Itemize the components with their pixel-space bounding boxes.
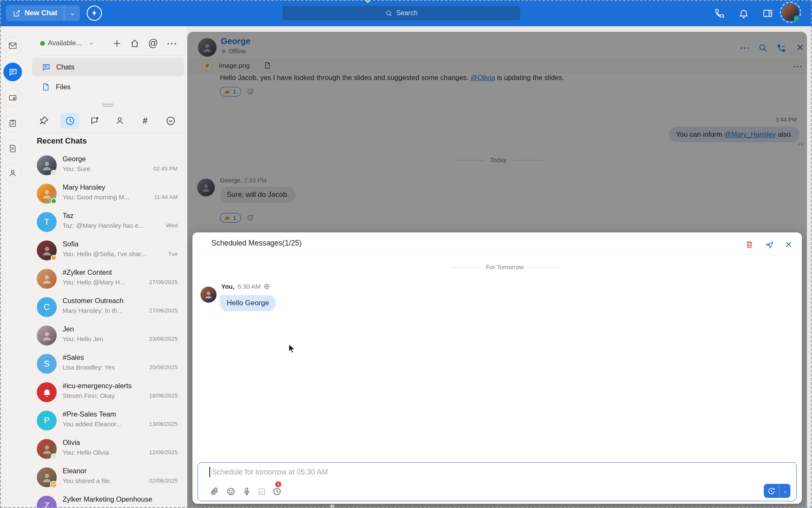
- chat-name: Zylker Marketing Openhouse: [63, 495, 152, 503]
- lightning-icon: [91, 9, 98, 17]
- chat-avatar: [37, 326, 57, 345]
- chat-name: Mary Hansley: [63, 183, 105, 191]
- files-label: Files: [56, 83, 71, 91]
- panel-resize-handle[interactable]: [102, 104, 113, 107]
- chat-list-item[interactable]: #icu-emergency-alerts Steven Finn: Okay …: [25, 378, 187, 406]
- filter-unread-icon[interactable]: [89, 115, 100, 126]
- chat-name: Jen: [63, 325, 74, 333]
- chat-list-item[interactable]: P #Pre-Sales Team You added Eleanor... 1…: [25, 406, 187, 435]
- person-photo-icon: [41, 244, 53, 257]
- notifications-icon[interactable]: [738, 7, 749, 19]
- person-photo-icon: [41, 188, 53, 200]
- delete-icon[interactable]: [745, 240, 754, 249]
- chat-time: Wed: [166, 222, 178, 229]
- filter-recent-icon[interactable]: [64, 115, 75, 126]
- sidebar-item-files[interactable]: Files: [32, 78, 184, 96]
- chat-name: George: [63, 155, 86, 163]
- rail-mail-icon[interactable]: [3, 36, 22, 55]
- chat-name: Eleanor: [63, 467, 87, 475]
- chat-avatar: [37, 269, 57, 289]
- chat-list-item[interactable]: C Customer Outreach Mary Hansley: In th.…: [25, 293, 187, 321]
- sidebar-more-icon[interactable]: ⋯: [167, 38, 177, 48]
- chat-list-item[interactable]: Jen You: Hello Jen 23/06/2025: [25, 321, 187, 350]
- chat-last-message: Lisa Broodley: Yes: [63, 364, 154, 371]
- presence-status[interactable]: Available...: [48, 39, 82, 47]
- rail-contacts-icon[interactable]: [3, 164, 22, 182]
- chat-time: 18/06/2025: [149, 392, 178, 399]
- cliq-app: New Chat ⌄ Search: [0, 0, 812, 508]
- close-panel-icon[interactable]: ✕: [784, 240, 793, 249]
- schedule-send-icon[interactable]: [764, 484, 779, 498]
- recent-chats-title: Recent Chats: [37, 136, 87, 146]
- sidebar-new-icon[interactable]: [112, 38, 122, 48]
- conversation-window: George Offline ⋯ ✕: [187, 32, 807, 508]
- chat-time: Tue: [168, 251, 178, 257]
- chat-name: Taz: [63, 212, 74, 220]
- rail-tasks-icon[interactable]: [3, 114, 22, 133]
- schedule-options-chevron[interactable]: ⌄: [779, 484, 790, 498]
- presence-chevron-icon[interactable]: ⌄: [89, 39, 94, 46]
- divider: [192, 254, 802, 254]
- chat-time: 12/06/2025: [149, 449, 178, 456]
- panel-toggle-icon[interactable]: [762, 7, 774, 19]
- filter-channels-icon[interactable]: #: [140, 115, 151, 126]
- compose-icon: [13, 9, 21, 17]
- chat-list-item[interactable]: #Zylker Content You: Hello @Mary H... 27…: [25, 265, 187, 293]
- chat-list-item[interactable]: S #Sales Lisa Broodley: Yes 20/06/2025: [25, 350, 187, 378]
- rail-streams-icon[interactable]: [3, 88, 22, 107]
- chat-avatar: S: [37, 354, 57, 374]
- sidebar-home-icon[interactable]: [129, 38, 140, 48]
- presence-dot: [40, 41, 45, 46]
- voice-message-icon[interactable]: [242, 486, 252, 496]
- chat-list-item[interactable]: Mary Hansley You: Good morning M... 11:4…: [25, 179, 187, 208]
- chat-list-item[interactable]: ↩ Eleanor You shared a file. 02/06/2025: [25, 463, 187, 491]
- chat-name: Sofia: [63, 240, 79, 248]
- chat-list-item[interactable]: Sofia You: Hello @Sofia, I've shar... Tu…: [25, 236, 187, 265]
- filter-direct-icon[interactable]: [114, 115, 125, 126]
- attachment-icon[interactable]: [210, 486, 219, 496]
- status-dot: [51, 198, 57, 204]
- schedule-message-input[interactable]: Schedule for tomorrow at 05:30 AM: [198, 462, 797, 501]
- chat-list-item[interactable]: Z Zylker Marketing Openhouse: [25, 491, 187, 508]
- chat-name: Customer Outreach: [63, 297, 123, 305]
- alarm-icon: [42, 387, 52, 398]
- rail-notes-icon[interactable]: [3, 139, 22, 158]
- scheduled-message-bubble[interactable]: Hello George: [220, 295, 276, 311]
- chat-last-message: Taz: @Mary Hansley has e...: [63, 222, 154, 229]
- chat-avatar: [37, 382, 57, 402]
- chat-list-item[interactable]: George You: Sure. 02:45 PM: [25, 151, 187, 179]
- calls-icon[interactable]: [713, 7, 725, 19]
- chat-time: 13/06/2025: [149, 421, 178, 427]
- filter-more-icon[interactable]: [165, 115, 176, 126]
- user-avatar[interactable]: [782, 4, 799, 21]
- chat-last-message: You added Eleanor...: [63, 420, 154, 428]
- new-chat-button[interactable]: New Chat ⌄: [6, 5, 80, 21]
- chat-time: 02/06/2025: [149, 478, 178, 484]
- chat-name: #icu-emergency-alerts: [63, 382, 132, 390]
- sidebar-item-chats[interactable]: Chats: [32, 58, 184, 76]
- draft-note-icon[interactable]: [257, 486, 266, 496]
- chat-list-item[interactable]: Olivia You: Hello Olivia 12/06/2025: [25, 435, 187, 463]
- self-avatar: [200, 287, 217, 303]
- new-chat-dropdown[interactable]: ⌄: [64, 5, 80, 21]
- chat-name: #Sales: [63, 353, 84, 362]
- chat-time: 27/06/2025: [149, 279, 178, 285]
- global-search-input[interactable]: Search: [282, 6, 521, 21]
- capture-handle[interactable]: [330, 505, 334, 508]
- chat-list-item[interactable]: T Taz Taz: @Mary Hansley has e... Wed: [25, 208, 187, 236]
- chat-time: 27/06/2025: [149, 307, 178, 314]
- app-rail: [0, 26, 25, 508]
- person-photo-icon: [200, 287, 217, 303]
- filter-pinned-icon[interactable]: [38, 115, 49, 126]
- chat-last-message: You: Sure.: [63, 165, 154, 172]
- quick-actions-button[interactable]: [87, 6, 102, 21]
- chats-label: Chats: [56, 63, 74, 71]
- schedule-send-button[interactable]: ⌄: [764, 484, 790, 498]
- send-now-icon[interactable]: [765, 240, 774, 249]
- sidebar-mentions-icon[interactable]: @: [148, 38, 158, 48]
- chat-avatar: P: [37, 411, 57, 431]
- rail-chats-icon[interactable]: [3, 63, 22, 81]
- user-status-dot: [793, 15, 800, 22]
- status-dot: [51, 255, 57, 261]
- emoji-icon[interactable]: [226, 486, 236, 496]
